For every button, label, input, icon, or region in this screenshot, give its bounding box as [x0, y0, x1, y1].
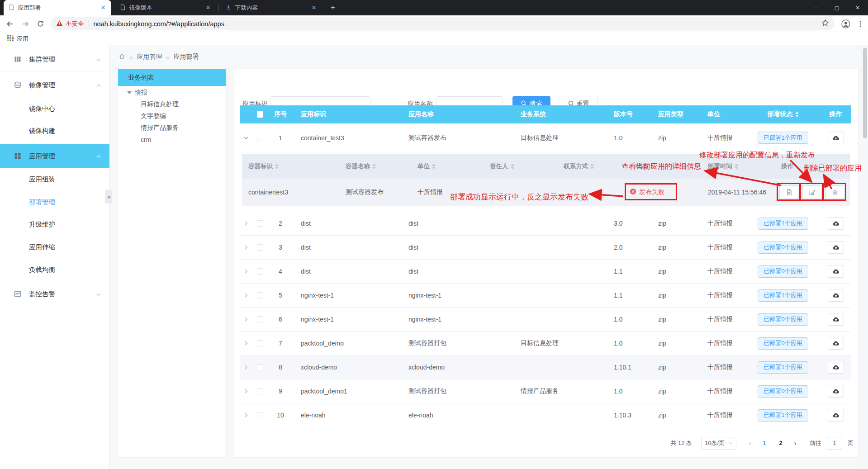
- tree-caret-icon[interactable]: [127, 91, 132, 94]
- goto-page-input[interactable]: [827, 437, 842, 450]
- sidebar-item-scaling[interactable]: 应用伸缩: [29, 243, 55, 251]
- sort-icon[interactable]: [372, 164, 376, 169]
- subcol-contact[interactable]: 联系方式: [559, 162, 624, 171]
- deploy-upload-button[interactable]: [828, 265, 844, 278]
- sidebar-item-app-assembly[interactable]: 应用组装: [29, 175, 55, 184]
- row-checkbox[interactable]: [252, 364, 268, 370]
- page-scrollbar[interactable]: [862, 45, 868, 469]
- sort-icon[interactable]: [590, 164, 594, 169]
- page-number-2[interactable]: 2: [774, 440, 787, 446]
- browser-tab-active[interactable]: 应用部署 ✕: [4, 0, 111, 15]
- sort-icon[interactable]: [650, 164, 654, 169]
- deploy-status-badge[interactable]: 已部署1个应用: [758, 409, 808, 422]
- browser-tab[interactable]: 镜像版本 ✕: [115, 0, 216, 15]
- url-text[interactable]: noah.kuibuxingkong.com/?#/application/ap…: [94, 20, 224, 28]
- deploy-status-badge[interactable]: 已部署1个应用: [758, 361, 808, 374]
- expand-row-icon[interactable]: [240, 341, 252, 346]
- view-detail-button[interactable]: [779, 185, 798, 199]
- sort-icon[interactable]: [275, 164, 279, 169]
- breadcrumb-item[interactable]: 应用管理: [137, 53, 162, 61]
- browser-tab[interactable]: 下载内容 ✕: [221, 0, 322, 15]
- tree-leaf[interactable]: 情报产品服务: [118, 122, 226, 134]
- deploy-upload-button[interactable]: [828, 313, 844, 326]
- deploy-status-badge[interactable]: 已部署1个应用: [758, 132, 808, 144]
- expand-row-icon[interactable]: [240, 269, 252, 274]
- delete-button[interactable]: [825, 185, 844, 199]
- deploy-status-badge[interactable]: 已部署1个应用: [758, 218, 808, 230]
- tree-node-root[interactable]: 情报: [118, 87, 226, 99]
- row-checkbox[interactable]: [252, 340, 268, 346]
- deploy-upload-button[interactable]: [828, 385, 844, 398]
- sort-icon[interactable]: [511, 164, 514, 169]
- subcol-status[interactable]: 状态: [624, 162, 703, 171]
- deploy-status-badge[interactable]: 已部署0个应用: [758, 313, 808, 326]
- next-page-icon[interactable]: ›: [791, 440, 800, 447]
- deploy-status-badge[interactable]: 已部署0个应用: [758, 242, 808, 254]
- tab-close-icon[interactable]: ✕: [204, 4, 212, 11]
- expand-row-icon[interactable]: [240, 245, 252, 250]
- deploy-status-badge[interactable]: 已部署0个应用: [758, 265, 808, 278]
- deploy-upload-button[interactable]: [828, 337, 844, 350]
- row-checkbox[interactable]: [252, 388, 268, 394]
- tab-close-icon[interactable]: ✕: [100, 4, 107, 11]
- row-checkbox[interactable]: [252, 292, 268, 298]
- tree-leaf[interactable]: 文字整编: [118, 110, 226, 122]
- sidebar-item-deploy-mgmt[interactable]: 部署管理: [29, 198, 55, 207]
- deploy-status-badge[interactable]: 已部署1个应用: [758, 289, 808, 302]
- scrollbar-thumb[interactable]: [863, 48, 867, 138]
- collapse-row-icon[interactable]: [240, 135, 252, 141]
- prev-page-icon[interactable]: ‹: [745, 440, 754, 447]
- sidebar-item-upgrade[interactable]: 升级维护: [29, 220, 55, 229]
- address-bar[interactable]: 不安全 noah.kuibuxingkong.com/?#/applicatio…: [51, 17, 835, 30]
- tree-leaf[interactable]: crm: [118, 134, 226, 146]
- sort-icon[interactable]: [735, 164, 738, 169]
- row-checkbox[interactable]: [252, 135, 268, 141]
- col-deploy-status-sortable[interactable]: 部署状态: [745, 110, 821, 118]
- row-checkbox[interactable]: [252, 268, 268, 275]
- sidebar-item-image-build[interactable]: 镜像构建: [29, 127, 55, 135]
- expand-row-icon[interactable]: [240, 221, 252, 226]
- avatar-icon[interactable]: [840, 18, 852, 30]
- menu-dots-icon[interactable]: [854, 18, 866, 30]
- edit-redeploy-button[interactable]: [802, 185, 821, 199]
- subcol-deploy-time[interactable]: 部署时间: [703, 162, 776, 171]
- expand-row-icon[interactable]: [240, 293, 252, 298]
- deploy-upload-button[interactable]: [828, 361, 844, 374]
- window-maximize-button[interactable]: ▢: [826, 0, 847, 15]
- page-number-1[interactable]: 1: [758, 440, 771, 446]
- sidebar-item-image-mgmt[interactable]: 镜像管理: [0, 77, 109, 93]
- home-icon[interactable]: [119, 53, 125, 61]
- sidebar-item-monitoring[interactable]: 监控告警: [0, 286, 109, 302]
- bookmark-star-icon[interactable]: [821, 19, 829, 28]
- select-all-checkbox[interactable]: [252, 111, 268, 118]
- deploy-upload-button[interactable]: [828, 409, 844, 422]
- page-size-select[interactable]: 10条/页: [701, 437, 736, 450]
- bookmark-item[interactable]: 应用: [5, 33, 31, 44]
- expand-row-icon[interactable]: [240, 388, 252, 394]
- deploy-upload-button[interactable]: [828, 132, 844, 144]
- back-icon[interactable]: [4, 18, 16, 30]
- sidebar-item-image-center[interactable]: 镜像中心: [29, 104, 55, 113]
- new-tab-button[interactable]: +: [328, 3, 337, 12]
- security-warning-label[interactable]: 不安全: [66, 20, 84, 28]
- deploy-upload-button[interactable]: [828, 217, 844, 230]
- window-close-button[interactable]: ✕: [847, 0, 868, 15]
- expand-row-icon[interactable]: [240, 412, 252, 418]
- expand-row-icon[interactable]: [240, 365, 252, 370]
- reload-icon[interactable]: [34, 18, 47, 30]
- sidebar-item-cluster[interactable]: 集群管理: [0, 52, 109, 67]
- sort-icon[interactable]: [795, 112, 799, 117]
- subcol-unit[interactable]: 单位: [412, 162, 484, 171]
- sidebar-collapse-handle[interactable]: ◂: [105, 190, 112, 204]
- row-checkbox[interactable]: [252, 316, 268, 322]
- row-checkbox[interactable]: [252, 220, 268, 227]
- deploy-status-badge[interactable]: 已部署0个应用: [758, 385, 808, 398]
- row-checkbox[interactable]: [252, 244, 268, 251]
- tab-close-icon[interactable]: ✕: [310, 4, 318, 11]
- deploy-upload-button[interactable]: [828, 289, 844, 302]
- deploy-upload-button[interactable]: [828, 241, 844, 254]
- forward-icon[interactable]: [19, 18, 31, 30]
- tree-leaf[interactable]: 目标信息处理: [118, 99, 226, 110]
- subcol-container-id[interactable]: 容器标识: [242, 162, 339, 171]
- window-minimize-button[interactable]: ─: [806, 0, 826, 15]
